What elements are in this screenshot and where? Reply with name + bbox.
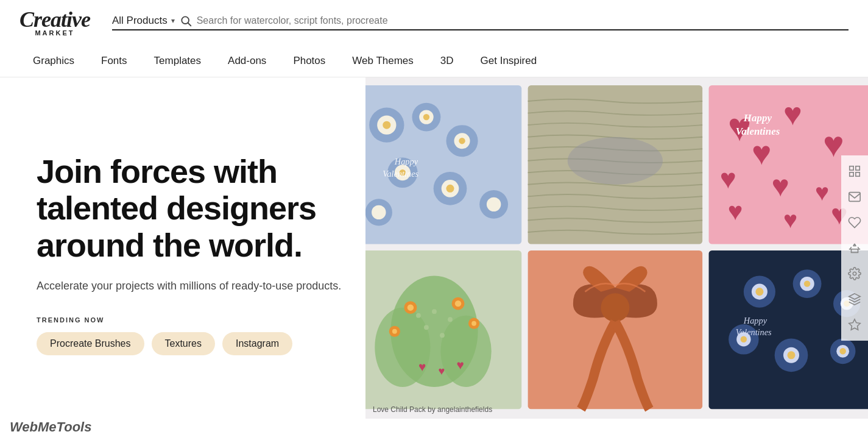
- svg-rect-84: [856, 166, 859, 170]
- nav-item-fonts[interactable]: Fonts: [88, 45, 141, 77]
- nav-item-addons[interactable]: Add-ons: [214, 45, 280, 77]
- chevron-down-icon: ▾: [171, 16, 175, 25]
- svg-text:Happy: Happy: [743, 112, 772, 124]
- trending-tag-procreate[interactable]: Procreate Brushes: [37, 332, 144, 355]
- star-icon[interactable]: [846, 316, 863, 333]
- all-products-button[interactable]: All Products ▾: [112, 15, 175, 27]
- svg-text:♥: ♥: [438, 364, 445, 377]
- svg-point-20: [372, 205, 386, 219]
- svg-text:♥: ♥: [728, 197, 743, 225]
- sidebar-icons: [841, 155, 868, 341]
- svg-text:Valentines: Valentines: [383, 169, 418, 179]
- search-icon: [180, 15, 192, 27]
- grid-icon[interactable]: [846, 163, 863, 180]
- svg-point-68: [804, 280, 810, 286]
- svg-point-44: [416, 313, 421, 318]
- svg-point-50: [408, 304, 414, 310]
- svg-text:♥: ♥: [752, 134, 771, 172]
- svg-text:Happy: Happy: [394, 157, 418, 166]
- svg-point-22: [487, 197, 501, 211]
- svg-text:♥: ♥: [783, 96, 802, 132]
- trending-label: TRENDING NOW: [37, 316, 346, 324]
- svg-rect-87: [849, 193, 860, 202]
- svg-text:Happy: Happy: [743, 316, 767, 325]
- footer-watermark: WebMeTools: [10, 419, 91, 435]
- svg-point-88: [853, 272, 856, 275]
- svg-text:♥: ♥: [720, 163, 736, 194]
- image-caption: Love Child Pack by angelainthefields: [373, 405, 492, 414]
- heart-icon[interactable]: [846, 214, 863, 231]
- trending-tags: Procreate Brushes Textures Instagram: [37, 332, 346, 355]
- nav-item-graphics[interactable]: Graphics: [19, 45, 88, 77]
- hero-image: Happy Valentines ♥ ♥ ♥ ♥: [365, 77, 868, 419]
- svg-text:♥: ♥: [771, 169, 789, 202]
- search-input[interactable]: [197, 15, 849, 26]
- svg-point-48: [440, 333, 445, 338]
- svg-point-80: [839, 348, 845, 354]
- nav-item-photos[interactable]: Photos: [280, 45, 339, 77]
- svg-point-56: [392, 329, 397, 334]
- svg-line-1: [188, 23, 191, 26]
- logo-creative-text: Creative: [19, 9, 90, 30]
- svg-rect-83: [850, 166, 853, 170]
- svg-point-42: [375, 308, 430, 387]
- svg-point-65: [755, 288, 763, 296]
- svg-point-61: [601, 293, 629, 322]
- svg-point-26: [568, 137, 663, 185]
- nav-item-getinspired[interactable]: Get Inspired: [467, 45, 551, 77]
- header: Creative MARKET All Products ▾ Graphics …: [0, 0, 868, 77]
- svg-point-54: [471, 321, 476, 326]
- svg-marker-89: [849, 294, 860, 299]
- svg-text:Valentines: Valentines: [736, 126, 780, 137]
- trending-tag-textures[interactable]: Textures: [152, 332, 215, 355]
- hero-text: Join forces with talented designers arou…: [0, 77, 365, 419]
- svg-point-9: [423, 114, 429, 120]
- header-top: Creative MARKET All Products ▾: [19, 0, 849, 45]
- svg-text:♥: ♥: [456, 358, 464, 372]
- cake-icon[interactable]: [846, 240, 863, 257]
- svg-rect-86: [856, 172, 859, 176]
- nav-item-3d[interactable]: 3D: [427, 45, 467, 77]
- svg-point-47: [424, 325, 429, 330]
- svg-text:♥: ♥: [418, 360, 426, 374]
- svg-text:Valentines: Valentines: [736, 327, 772, 337]
- hero-illustration: Happy Valentines ♥ ♥ ♥ ♥: [365, 77, 868, 419]
- svg-point-52: [455, 300, 461, 307]
- main-nav: Graphics Fonts Templates Add-ons Photos …: [19, 45, 849, 77]
- svg-point-45: [432, 309, 437, 314]
- svg-marker-90: [849, 319, 860, 330]
- svg-point-46: [448, 317, 453, 322]
- svg-point-12: [459, 138, 465, 144]
- svg-rect-85: [850, 172, 853, 176]
- logo-market-text: MARKET: [35, 29, 74, 37]
- hero-subtitle: Accelerate your projects with millions o…: [37, 278, 346, 294]
- envelope-icon[interactable]: [846, 188, 863, 205]
- svg-point-43: [440, 316, 491, 387]
- trending-tag-instagram[interactable]: Instagram: [222, 332, 292, 355]
- nav-item-webthemes[interactable]: Web Themes: [339, 45, 426, 77]
- all-products-label: All Products: [112, 15, 168, 27]
- nav-item-templates[interactable]: Templates: [141, 45, 214, 77]
- hero-title: Join forces with talented designers arou…: [37, 153, 346, 263]
- logo[interactable]: Creative MARKET: [19, 9, 90, 37]
- search-area: All Products ▾: [112, 15, 849, 30]
- layers-icon[interactable]: [846, 291, 863, 308]
- svg-point-77: [788, 351, 796, 359]
- svg-point-18: [446, 185, 454, 193]
- svg-text:♥: ♥: [815, 179, 829, 205]
- svg-text:♥: ♥: [783, 207, 797, 233]
- hero-section: Join forces with talented designers arou…: [0, 77, 868, 419]
- svg-point-6: [383, 121, 390, 129]
- settings-icon[interactable]: [846, 265, 863, 282]
